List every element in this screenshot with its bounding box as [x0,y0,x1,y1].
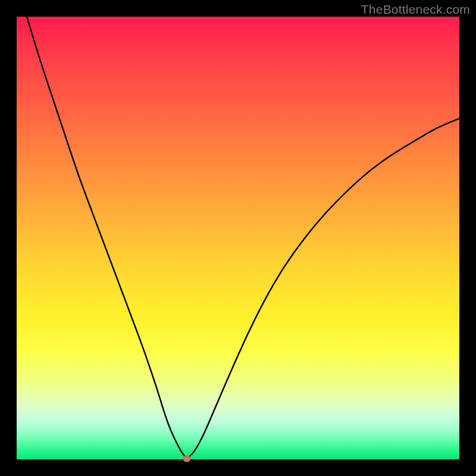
chart-frame: TheBottleneck.com [0,0,476,476]
plot-area [17,17,459,459]
minimum-marker [183,455,191,462]
bottleneck-curve [17,17,459,459]
watermark-label: TheBottleneck.com [361,2,470,17]
